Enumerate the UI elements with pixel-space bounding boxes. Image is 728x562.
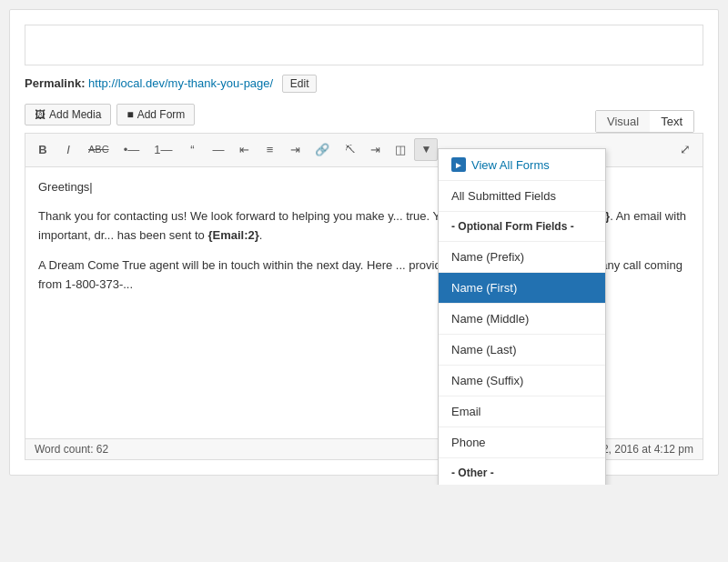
permalink-url[interactable]: http://local.dev/my-thank-you-page/ <box>88 76 273 90</box>
dropdown-other-header: - Other - <box>439 458 605 485</box>
hr-button[interactable]: — <box>206 138 230 162</box>
italic-button[interactable]: I <box>56 138 80 162</box>
form-fields-dropdown: ► View All Forms All Submitted Fields - … <box>438 148 606 485</box>
dropdown-item-name-suffix[interactable]: Name (Suffix) <box>439 366 605 396</box>
link-button[interactable]: 🔗 <box>308 138 336 162</box>
word-count-area: Word count: 62 <box>35 443 108 456</box>
view-all-forms-icon: ► <box>451 157 466 172</box>
indent-button[interactable]: ⇥ <box>363 138 387 162</box>
dropdown-all-submitted-fields[interactable]: All Submitted Fields <box>439 181 605 212</box>
unlink-button[interactable]: ⛏ <box>338 139 361 160</box>
dropdown-item-phone[interactable]: Phone <box>439 427 605 458</box>
dropdown-item-name-middle[interactable]: Name (Middle) <box>439 304 605 335</box>
strikethrough-button[interactable]: ABC <box>82 139 116 160</box>
visual-text-tabs: Visual Text <box>595 110 694 133</box>
unordered-list-button[interactable]: •— <box>117 138 147 162</box>
align-right-button[interactable]: ⇥ <box>283 138 307 162</box>
dropdown-optional-form-fields-header: - Optional Form Fields - <box>439 212 605 242</box>
fullscreen-button[interactable]: ⤢ <box>673 137 697 163</box>
saved-date: 2, 2016 at 4:12 pm <box>602 443 693 456</box>
bold-button[interactable]: B <box>31 138 55 162</box>
add-media-icon: 🖼 <box>35 108 46 121</box>
table-button[interactable]: ◫ <box>389 138 412 162</box>
align-left-button[interactable]: ⇤ <box>232 138 256 162</box>
expand-button[interactable]: ▼ <box>414 138 438 161</box>
dropdown-item-name-prefix[interactable]: Name (Prefix) <box>439 242 605 273</box>
align-center-button[interactable]: ≡ <box>258 138 281 162</box>
permalink-edit-button[interactable]: Edit <box>282 75 318 93</box>
dropdown-item-name-first[interactable]: Name (First) <box>439 273 605 304</box>
add-media-button[interactable]: 🖼 Add Media <box>25 104 111 125</box>
permalink-label: Permalink: <box>25 76 85 90</box>
permalink-row: Permalink: http://local.dev/my-thank-you… <box>25 75 703 93</box>
tab-visual[interactable]: Visual <box>596 111 650 132</box>
dropdown-item-name-last[interactable]: Name (Last) <box>439 335 605 366</box>
page-title-input[interactable]: My Thank You Page <box>25 25 703 65</box>
blockquote-button[interactable]: “ <box>180 138 204 162</box>
dropdown-view-all-forms[interactable]: ► View All Forms <box>439 149 605 181</box>
tab-text[interactable]: Text <box>650 111 693 132</box>
add-form-icon: ■ <box>126 108 133 121</box>
ordered-list-button[interactable]: 1— <box>147 138 178 162</box>
add-form-button[interactable]: ■ Add Form <box>116 104 195 125</box>
dropdown-item-email[interactable]: Email <box>439 396 605 427</box>
